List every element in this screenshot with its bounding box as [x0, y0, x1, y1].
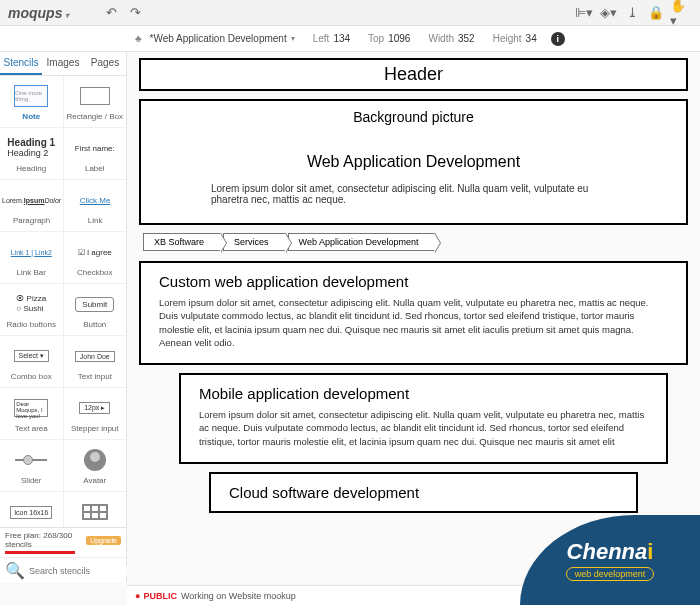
stencil-linkbar[interactable]: Link 1 | Link2Link Bar — [0, 232, 64, 283]
mock-background-box[interactable]: Background picture Web Application Devel… — [139, 99, 688, 225]
section-heading: Cloud software development — [229, 484, 618, 501]
stencil-button[interactable]: SubmitButton — [64, 284, 127, 335]
stencil-rectangle[interactable]: Rectangle / Box — [64, 76, 127, 127]
stencil-radio[interactable]: ⦿ Pizza ○ SushiRadio buttons — [0, 284, 64, 335]
mock-header-box[interactable]: Header — [139, 58, 688, 91]
canvas[interactable]: Header Background picture Web Applicatio… — [127, 52, 700, 583]
sidebar: Stencils Images Pages One more thingNote… — [0, 52, 127, 583]
breadcrumb-item[interactable]: Services — [223, 233, 286, 251]
public-label: PUBLIC — [143, 591, 177, 601]
search-icon: 🔍 — [5, 561, 25, 580]
section-paragraph: Lorem ipsum dolor sit amet, consectetur … — [159, 296, 668, 349]
bg-heading: Web Application Development — [211, 153, 616, 171]
info-icon[interactable]: i — [551, 32, 565, 46]
prop-top-label: Top — [368, 33, 384, 44]
align-icon[interactable]: ⊫▾ — [574, 3, 594, 23]
breadcrumb-item[interactable]: Web Application Development — [288, 233, 436, 251]
stencil-heading[interactable]: Heading 1Heading 2Heading — [0, 128, 64, 179]
stencil-avatar[interactable]: Avatar — [64, 440, 127, 491]
section-heading: Custom web application development — [159, 273, 668, 290]
top-toolbar: moqups▾ ↶ ↷ ⊫▾ ◈▾ ⤓ 🔒 ✋▾ — [0, 0, 700, 26]
doc-dropdown-caret[interactable]: ▾ — [291, 34, 295, 43]
prop-left-value[interactable]: 134 — [333, 33, 350, 44]
status-doc[interactable]: Website mookup — [229, 591, 296, 601]
stencil-checkbox[interactable]: ☑ I agreeCheckbox — [64, 232, 127, 283]
stencil-paragraph[interactable]: Lorem.IpsumDolorParagraph — [0, 180, 64, 231]
status-text: Working on — [181, 591, 226, 601]
breadcrumb-item[interactable]: XB Software — [143, 233, 221, 251]
properties-bar: ♣ *Web Application Development ▾ Left 13… — [0, 26, 700, 52]
tab-pages[interactable]: Pages — [84, 52, 126, 75]
logo-dropdown-caret: ▾ — [65, 11, 69, 20]
bg-title: Background picture — [211, 109, 616, 125]
plan-text: Free plan: 268/300 stencils — [5, 531, 86, 549]
stencil-icon[interactable]: Icon 16x16Icon — [0, 492, 64, 527]
stencil-note[interactable]: One more thingNote — [0, 76, 64, 127]
export-icon[interactable]: ⤓ — [622, 3, 642, 23]
public-dot-icon: ● — [135, 591, 140, 601]
stencil-textarea[interactable]: Dear Moqups, I love you!Text area — [0, 388, 64, 439]
bg-paragraph: Lorem ipsum dolor sit amet, consectetur … — [211, 183, 616, 205]
redo-icon[interactable]: ↷ — [125, 3, 145, 23]
hand-icon[interactable]: ✋▾ — [670, 3, 690, 23]
prop-top-value[interactable]: 1096 — [388, 33, 410, 44]
lock-icon[interactable]: 🔒 — [646, 3, 666, 23]
stencil-stepper[interactable]: 12px ▸Stepper input — [64, 388, 127, 439]
undo-icon[interactable]: ↶ — [101, 3, 121, 23]
stencil-combobox[interactable]: Select ▾Combo box — [0, 336, 64, 387]
stencil-grid: One more thingNote Rectangle / Box Headi… — [0, 76, 126, 527]
mock-section-cloud[interactable]: Cloud software development — [209, 472, 638, 513]
page-tree-icon[interactable]: ♣ — [135, 33, 142, 44]
section-heading: Mobile application development — [199, 385, 648, 402]
layers-icon[interactable]: ◈▾ — [598, 3, 618, 23]
stencil-textinput[interactable]: John DoeText input — [64, 336, 127, 387]
prop-height-label: Height — [493, 33, 522, 44]
stencil-link[interactable]: Click MeLink — [64, 180, 126, 231]
tab-stencils[interactable]: Stencils — [0, 52, 42, 75]
stencil-grid[interactable]: Grid — [64, 492, 127, 527]
mock-section-custom[interactable]: Custom web application development Lorem… — [139, 261, 688, 365]
plan-usage-bar — [5, 551, 75, 554]
app-logo[interactable]: moqups▾ — [8, 5, 69, 21]
stencil-search: 🔍 — [0, 557, 126, 583]
stencil-label[interactable]: First name:Label — [64, 128, 127, 179]
breadcrumb[interactable]: XB Software Services Web Application Dev… — [143, 233, 688, 251]
document-title[interactable]: *Web Application Development — [150, 33, 287, 44]
prop-width-label: Width — [428, 33, 454, 44]
prop-left-label: Left — [313, 33, 330, 44]
section-paragraph: Lorem ipsum dolor sit amet, consectetur … — [199, 408, 648, 448]
mock-section-mobile[interactable]: Mobile application development Lorem ips… — [179, 373, 668, 464]
tab-images[interactable]: Images — [42, 52, 84, 75]
stencil-slider[interactable]: Slider — [0, 440, 64, 491]
prop-width-value[interactable]: 352 — [458, 33, 475, 44]
upgrade-button[interactable]: Upgrade — [86, 536, 121, 545]
sidebar-footer: Free plan: 268/300 stencils Upgrade — [0, 527, 126, 557]
search-input[interactable] — [29, 566, 141, 576]
prop-height-value[interactable]: 34 — [526, 33, 537, 44]
sidebar-tabs: Stencils Images Pages — [0, 52, 126, 76]
